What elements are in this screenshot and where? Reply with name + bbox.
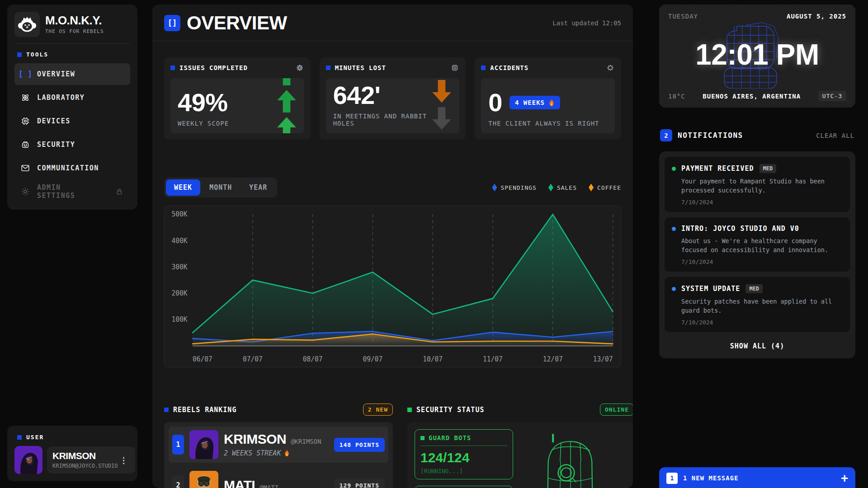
tab-year[interactable]: YEAR (241, 179, 275, 196)
blue-square-bullet (17, 435, 22, 440)
stat-card-issues: ISSUES COMPLETED 49% WEEKLY SCOPE (164, 57, 311, 140)
user-name: KRIMSON (52, 451, 118, 460)
status-dot (672, 167, 676, 171)
stat-settings-chip-icon[interactable] (450, 63, 459, 72)
trend-down-arrows-icon (431, 80, 453, 133)
tools-section-label: TOOLS (17, 51, 127, 58)
sidebar-menu: [ ] OVERVIEW LABORATORY (14, 63, 130, 202)
ranking-title: REBELS RANKING (173, 406, 236, 414)
blue-square-bullet (481, 66, 486, 70)
rebels-ranking-card: REBELS RANKING 2 NEW 1 (164, 404, 393, 488)
avatar (189, 430, 218, 459)
guard-bots-value: 124/124 (420, 450, 507, 465)
svg-text:11/07: 11/07 (483, 355, 503, 363)
stat-title: ACCIDENTS (490, 64, 528, 71)
tab-week[interactable]: WEEK (166, 179, 200, 196)
stat-title: ISSUES COMPLETED (179, 64, 248, 71)
stat-card-minutes-lost: MINUTES LOST 642' IN MEETINGS AND RABBIT… (320, 57, 466, 140)
location: BUENOS AIRES, ARGENTINA (685, 93, 818, 100)
priority-badge: MED (760, 164, 777, 173)
legend-spendings: SPENDINGS (492, 184, 536, 192)
plus-icon[interactable]: + (841, 472, 848, 484)
notifications-header: 2 NOTIFICATIONS CLEAR ALL (660, 129, 854, 141)
svg-text:06/07: 06/07 (193, 355, 212, 363)
legend-coffee: COFFEE (589, 184, 621, 192)
svg-text:09/07: 09/07 (363, 355, 383, 363)
stat-value-box: 0 4 WEEKS THE CLIENT ALWAYS IS RIGHT (481, 78, 615, 133)
timezone-badge: UTC-3 (818, 91, 846, 101)
user-menu-kebab-icon[interactable]: ⋮ (118, 455, 130, 465)
sidebar-item-laboratory[interactable]: LABORATORY (14, 87, 130, 108)
security-status-card: SECURITY STATUS ONLINE GUARD BOTS 124/12… (407, 404, 633, 488)
avatar (189, 471, 218, 488)
diamond-marker-icon (589, 184, 594, 192)
notifications-count-badge: 2 (660, 129, 672, 141)
svg-text:500K: 500K (171, 210, 187, 218)
sidebar-user-card: USER KRIMSON KRIMSON@JOYCO.STUDIO ⋮ (7, 426, 137, 481)
user-email: KRIMSON@JOYCO.STUDIO (52, 463, 118, 469)
notification-body: Security patches have been applied to al… (681, 297, 843, 315)
chart-controls: WEEK MONTH YEAR SPENDINGS SALES COFFEE (164, 178, 621, 197)
sidebar-item-admin-settings[interactable]: ADMIN SETTINGS (14, 181, 130, 202)
rank-number: 1 (172, 435, 184, 455)
rank-number: 2 (172, 475, 184, 488)
notification-body: Your payment to Rampant Studio has been … (681, 177, 843, 195)
security-camera-wireframe (534, 432, 607, 488)
overview-brackets-icon: [] (164, 15, 180, 31)
app-title: M.O.N.K.Y. (45, 14, 104, 26)
notification-date: 7/10/2024 (681, 199, 843, 206)
notification-date: 7/10/2024 (681, 319, 843, 326)
guard-bots-status: [RUNNING...] (420, 468, 507, 474)
sidebar-item-communication[interactable]: COMMUNICATION (14, 157, 130, 179)
show-all-button[interactable]: SHOW ALL (4) (665, 338, 850, 353)
clear-all-button[interactable]: CLEAR ALL (816, 132, 854, 139)
new-message-bar[interactable]: 1 1 NEW MESSAGE + (659, 467, 855, 488)
ranking-row-2[interactable]: 2 MATI @MA (169, 467, 388, 488)
sidebar-item-devices[interactable]: DEVICES (14, 110, 130, 132)
gear-icon (20, 186, 31, 197)
firewall-box: FIREWALL (415, 486, 513, 488)
fire-icon (284, 450, 290, 456)
chart-range-tabs: WEEK MONTH YEAR (164, 178, 277, 197)
diamond-marker-icon (492, 184, 497, 192)
svg-text:400K: 400K (171, 236, 187, 244)
rebel-name: KRIMSON (224, 432, 286, 446)
priority-badge: MED (745, 284, 763, 293)
green-square-bullet (407, 408, 412, 412)
stat-card-accidents: ACCIDENTS 0 4 WEEKS (475, 57, 621, 140)
stat-value: 0 (488, 90, 502, 115)
notification-intro[interactable]: INTRO: JOYCO STUDIO AND V0 About us - We… (665, 217, 850, 272)
svg-text:10/07: 10/07 (423, 355, 443, 363)
message-label: 1 NEW MESSAGE (683, 474, 739, 482)
svg-text:13/07: 13/07 (593, 355, 613, 363)
mail-icon (20, 163, 31, 174)
sidebar-nav-card: M.O.N.K.Y. THE OS FOR REBELS TOOLS [ ] O… (7, 5, 137, 210)
ranking-list: 1 KRIMSON @KRIMSON (164, 422, 393, 488)
sidebar-item-security[interactable]: SECURITY (14, 134, 130, 155)
status-dot (672, 287, 676, 291)
green-square-bullet (420, 436, 425, 440)
diamond-marker-icon (548, 184, 553, 192)
notification-payment-received[interactable]: PAYMENT RECEIVED MED Your payment to Ram… (665, 157, 850, 212)
sidebar: M.O.N.K.Y. THE OS FOR REBELS TOOLS [ ] O… (7, 5, 137, 483)
ranking-new-badge: 2 NEW (363, 404, 393, 416)
brackets-icon: [ ] (20, 69, 31, 80)
last-updated: Last updated 12:05 (552, 19, 621, 27)
notifications-list: PAYMENT RECEIVED MED Your payment to Ram… (659, 151, 855, 358)
tab-month[interactable]: MONTH (201, 179, 240, 196)
notification-system-update[interactable]: SYSTEM UPDATE MED Security patches have … (665, 277, 850, 332)
stat-caption: THE CLIENT ALWAYS IS RIGHT (488, 120, 608, 127)
trend-up-arrows-icon (276, 78, 298, 133)
logo-row: M.O.N.K.Y. THE OS FOR REBELS (14, 12, 130, 44)
user-row[interactable]: KRIMSON KRIMSON@JOYCO.STUDIO ⋮ (14, 446, 130, 474)
sidebar-item-overview[interactable]: [ ] OVERVIEW (14, 63, 130, 85)
temperature: 18°C (668, 93, 685, 100)
stats-row: ISSUES COMPLETED 49% WEEKLY SCOPE (164, 57, 621, 140)
chip-icon (20, 116, 31, 127)
stat-settings-gear-icon[interactable] (295, 63, 304, 72)
rebel-streak: 2 WEEKS STREAK (224, 449, 321, 457)
stat-value-box: 49% WEEKLY SCOPE (170, 78, 304, 133)
ranking-row-1[interactable]: 1 KRIMSON @KRIMSON (169, 427, 388, 463)
blue-square-bullet (164, 408, 169, 412)
stat-settings-spark-icon[interactable] (606, 63, 615, 72)
